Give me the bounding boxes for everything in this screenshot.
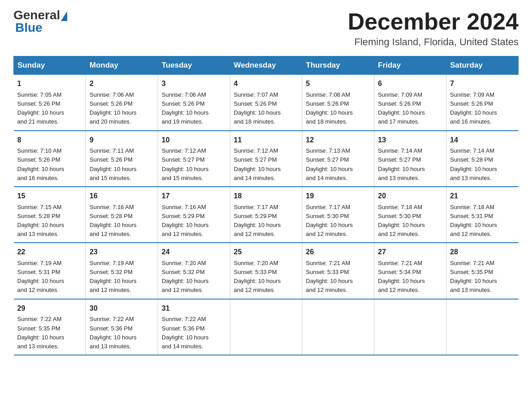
day-number: 18 [234, 191, 298, 202]
day-info: Sunrise: 7:20 AM Sunset: 5:32 PM Dayligh… [162, 259, 226, 295]
calendar-header: SundayMondayTuesdayWednesdayThursdayFrid… [14, 56, 519, 75]
month-title: December 2024 [348, 9, 519, 34]
calendar-day-cell: 2Sunrise: 7:06 AM Sunset: 5:26 PM Daylig… [86, 75, 158, 131]
day-number: 26 [306, 247, 370, 258]
calendar-day-cell: 18Sunrise: 7:17 AM Sunset: 5:29 PM Dayli… [230, 187, 302, 243]
day-number: 8 [17, 135, 82, 146]
day-info: Sunrise: 7:16 AM Sunset: 5:29 PM Dayligh… [162, 203, 226, 239]
day-number: 10 [162, 135, 226, 146]
header-cell-sunday: Sunday [14, 56, 86, 75]
day-number: 27 [378, 247, 442, 258]
calendar-day-cell: 22Sunrise: 7:19 AM Sunset: 5:31 PM Dayli… [14, 243, 86, 299]
day-number: 1 [17, 78, 82, 90]
day-info: Sunrise: 7:17 AM Sunset: 5:29 PM Dayligh… [234, 203, 298, 239]
calendar-day-cell: 13Sunrise: 7:14 AM Sunset: 5:27 PM Dayli… [374, 131, 446, 187]
day-info: Sunrise: 7:18 AM Sunset: 5:30 PM Dayligh… [378, 203, 442, 239]
day-number: 14 [450, 135, 515, 146]
day-info: Sunrise: 7:06 AM Sunset: 5:26 PM Dayligh… [90, 90, 154, 127]
header-cell-thursday: Thursday [302, 56, 374, 75]
day-number: 31 [162, 303, 226, 314]
day-info: Sunrise: 7:17 AM Sunset: 5:30 PM Dayligh… [306, 203, 370, 239]
day-info: Sunrise: 7:05 AM Sunset: 5:26 PM Dayligh… [17, 90, 82, 127]
calendar-day-cell: 28Sunrise: 7:21 AM Sunset: 5:35 PM Dayli… [446, 243, 519, 299]
day-number: 29 [17, 303, 82, 314]
day-number: 3 [162, 78, 226, 90]
day-info: Sunrise: 7:13 AM Sunset: 5:27 PM Dayligh… [306, 146, 370, 183]
calendar-day-cell [446, 299, 519, 355]
day-number: 19 [306, 191, 370, 202]
day-number: 20 [378, 191, 442, 202]
calendar-day-cell: 5Sunrise: 7:08 AM Sunset: 5:26 PM Daylig… [302, 75, 374, 131]
page-header: General Blue December 2024 Fleming Islan… [13, 9, 519, 48]
day-info: Sunrise: 7:08 AM Sunset: 5:26 PM Dayligh… [306, 90, 370, 127]
calendar-week-row: 1Sunrise: 7:05 AM Sunset: 5:26 PM Daylig… [14, 75, 519, 131]
calendar-week-row: 15Sunrise: 7:15 AM Sunset: 5:28 PM Dayli… [14, 187, 519, 243]
day-info: Sunrise: 7:12 AM Sunset: 5:27 PM Dayligh… [162, 146, 226, 183]
day-info: Sunrise: 7:20 AM Sunset: 5:33 PM Dayligh… [234, 259, 298, 295]
day-info: Sunrise: 7:09 AM Sunset: 5:26 PM Dayligh… [450, 90, 515, 127]
calendar-day-cell: 3Sunrise: 7:06 AM Sunset: 5:26 PM Daylig… [158, 75, 230, 131]
day-number: 16 [90, 191, 154, 202]
day-info: Sunrise: 7:22 AM Sunset: 5:36 PM Dayligh… [162, 315, 226, 351]
day-info: Sunrise: 7:10 AM Sunset: 5:26 PM Dayligh… [17, 146, 82, 183]
header-cell-wednesday: Wednesday [230, 56, 302, 75]
day-number: 28 [450, 247, 515, 258]
calendar-day-cell [230, 299, 302, 355]
calendar-week-row: 22Sunrise: 7:19 AM Sunset: 5:31 PM Dayli… [14, 243, 519, 299]
calendar-day-cell: 24Sunrise: 7:20 AM Sunset: 5:32 PM Dayli… [158, 243, 230, 299]
logo-triangle-icon [61, 11, 67, 21]
day-info: Sunrise: 7:15 AM Sunset: 5:28 PM Dayligh… [17, 203, 82, 239]
day-info: Sunrise: 7:21 AM Sunset: 5:34 PM Dayligh… [378, 259, 442, 295]
calendar-day-cell: 19Sunrise: 7:17 AM Sunset: 5:30 PM Dayli… [302, 187, 374, 243]
calendar-day-cell: 10Sunrise: 7:12 AM Sunset: 5:27 PM Dayli… [158, 131, 230, 187]
logo-general-text: General [13, 9, 60, 21]
day-info: Sunrise: 7:18 AM Sunset: 5:31 PM Dayligh… [450, 203, 515, 239]
day-number: 22 [17, 247, 82, 258]
logo-blue-text: Blue [15, 21, 43, 34]
day-number: 24 [162, 247, 226, 258]
calendar-day-cell [374, 299, 446, 355]
day-info: Sunrise: 7:07 AM Sunset: 5:26 PM Dayligh… [234, 90, 298, 127]
title-section: December 2024 Fleming Island, Florida, U… [348, 9, 519, 48]
calendar-day-cell: 7Sunrise: 7:09 AM Sunset: 5:26 PM Daylig… [446, 75, 519, 131]
day-number: 5 [306, 78, 370, 90]
calendar-day-cell: 27Sunrise: 7:21 AM Sunset: 5:34 PM Dayli… [374, 243, 446, 299]
day-number: 4 [234, 78, 298, 90]
calendar-day-cell: 1Sunrise: 7:05 AM Sunset: 5:26 PM Daylig… [14, 75, 86, 131]
calendar-day-cell: 29Sunrise: 7:22 AM Sunset: 5:35 PM Dayli… [14, 299, 86, 355]
day-info: Sunrise: 7:11 AM Sunset: 5:26 PM Dayligh… [90, 146, 154, 183]
calendar-table: SundayMondayTuesdayWednesdayThursdayFrid… [13, 56, 519, 355]
day-info: Sunrise: 7:21 AM Sunset: 5:35 PM Dayligh… [450, 259, 515, 295]
day-info: Sunrise: 7:22 AM Sunset: 5:36 PM Dayligh… [90, 315, 154, 351]
calendar-day-cell: 15Sunrise: 7:15 AM Sunset: 5:28 PM Dayli… [14, 187, 86, 243]
day-number: 2 [90, 78, 154, 90]
day-info: Sunrise: 7:22 AM Sunset: 5:35 PM Dayligh… [17, 315, 82, 351]
day-info: Sunrise: 7:14 AM Sunset: 5:27 PM Dayligh… [378, 146, 442, 183]
calendar-day-cell: 26Sunrise: 7:21 AM Sunset: 5:33 PM Dayli… [302, 243, 374, 299]
day-info: Sunrise: 7:12 AM Sunset: 5:27 PM Dayligh… [234, 146, 298, 183]
day-number: 13 [378, 135, 442, 146]
calendar-day-cell: 11Sunrise: 7:12 AM Sunset: 5:27 PM Dayli… [230, 131, 302, 187]
calendar-day-cell: 30Sunrise: 7:22 AM Sunset: 5:36 PM Dayli… [86, 299, 158, 355]
calendar-day-cell: 9Sunrise: 7:11 AM Sunset: 5:26 PM Daylig… [86, 131, 158, 187]
day-info: Sunrise: 7:06 AM Sunset: 5:26 PM Dayligh… [162, 90, 226, 127]
calendar-day-cell: 16Sunrise: 7:16 AM Sunset: 5:28 PM Dayli… [86, 187, 158, 243]
calendar-day-cell: 14Sunrise: 7:14 AM Sunset: 5:28 PM Dayli… [446, 131, 519, 187]
day-number: 30 [90, 303, 154, 314]
day-info: Sunrise: 7:09 AM Sunset: 5:26 PM Dayligh… [378, 90, 442, 127]
calendar-week-row: 8Sunrise: 7:10 AM Sunset: 5:26 PM Daylig… [14, 131, 519, 187]
day-number: 7 [450, 78, 515, 90]
day-info: Sunrise: 7:19 AM Sunset: 5:31 PM Dayligh… [17, 259, 82, 295]
calendar-body: 1Sunrise: 7:05 AM Sunset: 5:26 PM Daylig… [14, 75, 519, 355]
calendar-day-cell: 12Sunrise: 7:13 AM Sunset: 5:27 PM Dayli… [302, 131, 374, 187]
calendar-day-cell: 8Sunrise: 7:10 AM Sunset: 5:26 PM Daylig… [14, 131, 86, 187]
calendar-week-row: 29Sunrise: 7:22 AM Sunset: 5:35 PM Dayli… [14, 299, 519, 355]
day-info: Sunrise: 7:14 AM Sunset: 5:28 PM Dayligh… [450, 146, 515, 183]
day-number: 25 [234, 247, 298, 258]
calendar-day-cell: 20Sunrise: 7:18 AM Sunset: 5:30 PM Dayli… [374, 187, 446, 243]
day-number: 15 [17, 191, 82, 202]
header-cell-monday: Monday [86, 56, 158, 75]
day-number: 6 [378, 78, 442, 90]
calendar-day-cell [302, 299, 374, 355]
calendar-day-cell: 17Sunrise: 7:16 AM Sunset: 5:29 PM Dayli… [158, 187, 230, 243]
